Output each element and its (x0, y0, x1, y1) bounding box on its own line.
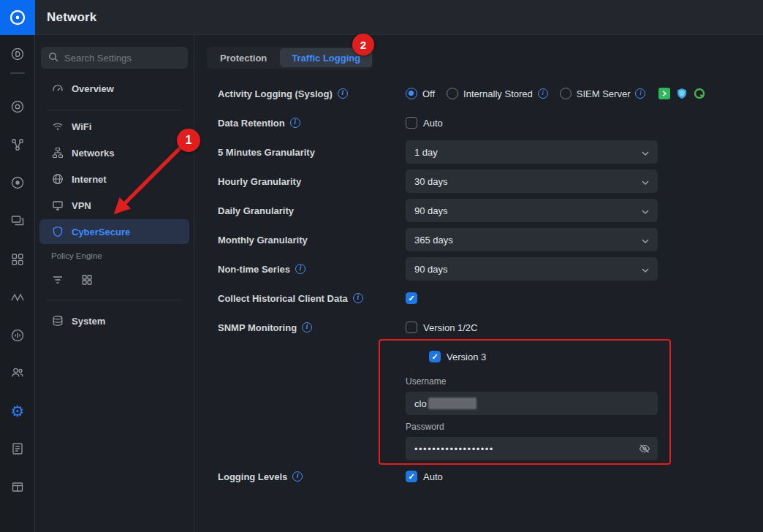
hourly-dropdown[interactable]: 30 days (406, 170, 658, 193)
info-icon[interactable] (338, 88, 348, 99)
main-content: Protection Traffic Logging Activity Logg… (194, 35, 763, 532)
sidebar-item-label: Overview (72, 83, 114, 94)
non-time-series-dropdown[interactable]: 90 days (406, 257, 658, 281)
form-row-5min-granularity: 5 Minutes Granularity 1 day (218, 140, 748, 164)
form-row-data-retention: Data Retention Auto (218, 111, 748, 134)
sidebar-item-label: Networks (72, 148, 115, 159)
monthly-dropdown[interactable]: 365 days (406, 228, 658, 251)
topology-icon[interactable] (0, 136, 35, 153)
username-label: Username (406, 376, 446, 387)
chevron-down-icon (642, 264, 649, 275)
page-title: Network (47, 10, 96, 25)
chevron-down-icon (642, 147, 649, 158)
export-icon (658, 88, 670, 99)
gear-icon[interactable]: ⚙ (0, 402, 35, 419)
chevron-down-icon (642, 176, 649, 187)
field-label: Daily Granularity (218, 205, 294, 216)
sidebar-item-label: System (72, 316, 105, 327)
unifi-logo-icon[interactable] (0, 0, 35, 35)
info-icon[interactable] (538, 88, 548, 99)
sidebar-item-label: CyberSecure (72, 227, 130, 238)
sidebar-item-system[interactable]: System (39, 308, 189, 333)
sidebar-divider (47, 110, 182, 110)
snmp-v3-checkbox[interactable] (429, 351, 441, 362)
users-icon[interactable] (0, 364, 35, 381)
logs-clipboard-icon[interactable] (0, 440, 35, 457)
shield-logo-icon (676, 88, 688, 99)
icon-rail: ⚙ (0, 35, 35, 532)
top-bar: Network (35, 0, 763, 35)
devices-icon[interactable] (0, 212, 35, 229)
rail-divider (10, 72, 25, 74)
database-icon (51, 314, 64, 327)
eye-off-icon[interactable] (639, 443, 650, 455)
radio-off[interactable]: Off (406, 88, 435, 99)
tab-bar: Protection Traffic Logging (207, 47, 373, 69)
sidebar-item-internet[interactable]: Internet (39, 167, 189, 191)
info-icon[interactable] (302, 322, 312, 332)
sidebar-item-wifi[interactable]: WiFi (39, 114, 189, 139)
info-icon[interactable] (295, 264, 305, 274)
gauge-icon (51, 82, 64, 95)
siem-vendor-icons (658, 88, 705, 99)
five-minutes-dropdown[interactable]: 1 day (406, 140, 658, 164)
sidebar-divider (47, 300, 182, 300)
radio-selected-icon (406, 88, 417, 99)
info-icon[interactable] (353, 293, 363, 303)
sidebar-item-overview[interactable]: Overview (39, 76, 189, 101)
username-input[interactable]: clo (406, 392, 658, 415)
radio-siem-server[interactable]: SIEM Server (560, 88, 646, 99)
field-label: Logging Levels (218, 471, 287, 482)
logging-auto-checkbox[interactable] (406, 471, 417, 482)
annotation-badge-1: 1 (177, 129, 200, 152)
sidebar-item-label: Internet (72, 174, 107, 185)
field-label: Non-time Series (218, 264, 290, 275)
snmp-v12c-checkbox[interactable] (406, 322, 417, 333)
sidebar-item-label: VPN (72, 200, 91, 211)
auto-checkbox[interactable] (406, 117, 417, 129)
grid-icon[interactable] (80, 273, 94, 286)
protect-icon[interactable] (0, 98, 35, 115)
info-icon[interactable] (290, 118, 300, 128)
form-row-snmp: SNMP Monitoring Version 1/2C (218, 316, 748, 339)
password-label: Password (406, 422, 444, 432)
filter-list-icon[interactable] (51, 273, 64, 286)
search-box[interactable] (41, 47, 188, 69)
package-icon[interactable] (0, 478, 35, 495)
clients-grid-icon[interactable] (0, 251, 35, 268)
target-icon[interactable] (0, 174, 35, 191)
wifi-icon (51, 120, 64, 133)
info-icon[interactable] (635, 88, 645, 99)
console-icon[interactable] (0, 45, 35, 63)
form-row-snmp-v3: Version 3 (429, 345, 748, 368)
field-label: SNMP Monitoring (218, 322, 297, 333)
globe-icon (51, 172, 64, 186)
form-row-non-time-series: Non-time Series 90 days (218, 257, 748, 281)
sidebar-section-label: Policy Engine (51, 251, 102, 260)
redacted-text (428, 398, 477, 409)
radio-coverage-icon[interactable] (0, 327, 35, 344)
sidebar-item-vpn[interactable]: VPN (39, 193, 189, 218)
field-label: Hourly Granularity (218, 176, 301, 187)
tab-protection[interactable]: Protection (208, 48, 278, 67)
app-root: Network ⚙ Overview WiFi (0, 0, 763, 532)
form-row-monthly-granularity: Monthly Granularity 365 days (218, 228, 748, 251)
historical-clients-checkbox[interactable] (406, 292, 417, 304)
form-row-logging-levels: Logging Levels Auto (218, 465, 748, 488)
chevron-down-icon (642, 235, 649, 246)
field-label: 5 Minutes Granularity (218, 147, 315, 158)
search-input[interactable] (64, 53, 193, 64)
hierarchy-icon (51, 146, 64, 159)
form-row-activity-logging: Activity Logging (Syslog) Off Internally… (218, 82, 748, 105)
radio-internally-stored[interactable]: Internally Stored (447, 88, 548, 99)
password-input[interactable]: •••••••••••••••••• (406, 437, 658, 460)
daily-dropdown[interactable]: 90 days (406, 199, 658, 222)
annotation-badge-2: 2 (352, 34, 374, 56)
chevron-down-icon (642, 205, 649, 216)
policy-engine-icons (51, 273, 94, 286)
sidebar-item-cybersecure[interactable]: CyberSecure (39, 219, 189, 244)
info-icon[interactable] (292, 471, 303, 482)
radio-icon (560, 88, 572, 99)
sidebar-item-networks[interactable]: Networks (39, 140, 189, 165)
insights-waves-icon[interactable] (0, 289, 35, 306)
